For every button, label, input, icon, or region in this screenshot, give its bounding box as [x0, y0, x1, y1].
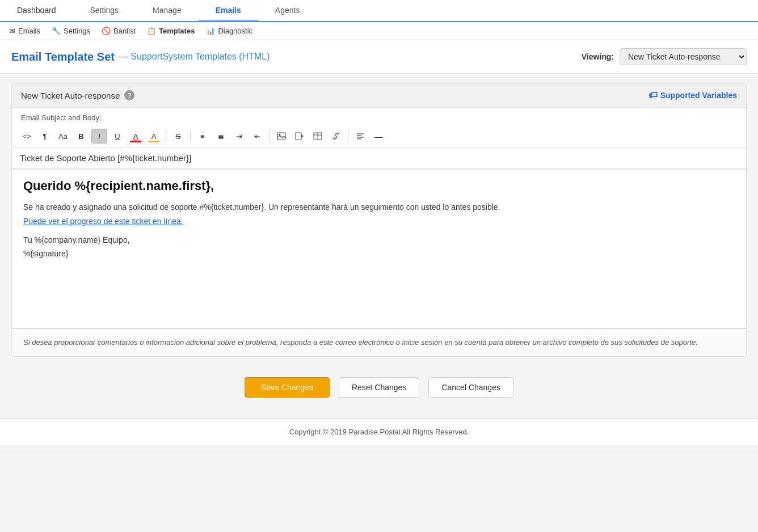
editor-toolbar: <> ¶ Aa B I U A A S ≡ ≣ ⇥ ⇤	[12, 125, 746, 147]
template-icon: 📋	[147, 27, 156, 35]
toolbar-bold[interactable]: B	[73, 129, 89, 143]
email-body-heading: Querido %{recipient.name.first},	[23, 179, 735, 193]
template-card: New Ticket Auto-response ? 🏷 Supported V…	[11, 83, 747, 357]
toolbar-hr[interactable]: —	[370, 129, 386, 143]
svg-marker-3	[301, 134, 304, 138]
email-body-sign: Tu %{company.name} Equipo, %{signature}	[23, 234, 735, 261]
toolbar-outdent[interactable]: ⇤	[249, 129, 265, 143]
svg-line-7	[335, 135, 337, 137]
page-title: Email Template Set	[11, 50, 115, 64]
subnav-emails[interactable]: ✉ Emails	[9, 27, 40, 35]
subnav-diagnostic[interactable]: 📊 Diagnostic	[206, 27, 252, 35]
toolbar-font-size[interactable]: Aa	[55, 129, 71, 143]
top-nav: Dashboard Settings Manage Emails Agents	[0, 0, 758, 22]
toolbar-unordered-list[interactable]: ≡	[195, 129, 210, 143]
main-content: New Ticket Auto-response ? 🏷 Supported V…	[0, 74, 758, 418]
email-body-text: Se ha creado y asignado una solicitud de…	[23, 201, 735, 213]
help-icon[interactable]: ?	[124, 90, 134, 100]
email-subject-label: Email Subject and Body:	[12, 108, 746, 125]
ban-icon: 🚫	[102, 27, 111, 35]
page-footer: Copyright © 2019 Paradise Postal All Rig…	[0, 418, 758, 445]
page-subtitle: — SupportSystem Templates (HTML)	[119, 52, 270, 62]
toolbar-separator-4	[348, 130, 348, 142]
svg-rect-2	[296, 133, 301, 140]
toolbar-align[interactable]	[352, 129, 368, 143]
tag-icon: 🏷	[648, 90, 658, 100]
footer-copyright: Copyright © 2019 Paradise Postal All Rig…	[289, 428, 469, 436]
save-changes-button[interactable]: Save Changes	[245, 377, 330, 398]
nav-manage[interactable]: Manage	[136, 0, 199, 22]
template-card-header: New Ticket Auto-response ? 🏷 Supported V…	[12, 83, 746, 108]
settings-icon: 🔧	[52, 27, 61, 35]
toolbar-italic[interactable]: I	[91, 129, 107, 143]
toolbar-font-color[interactable]: A	[128, 129, 144, 143]
subject-input[interactable]	[12, 147, 746, 169]
nav-dashboard[interactable]: Dashboard	[0, 0, 73, 22]
diagnostic-icon: 📊	[206, 27, 215, 35]
toolbar-strikethrough[interactable]: S	[170, 129, 186, 143]
subnav-banlist[interactable]: 🚫 Banlist	[102, 27, 136, 35]
email-body-link[interactable]: Puede ver el progreso de este ticket en …	[23, 217, 735, 226]
template-card-title: New Ticket Auto-response ?	[21, 90, 134, 100]
toolbar-indent[interactable]: ⇥	[231, 129, 247, 143]
toolbar-image[interactable]	[273, 129, 289, 143]
toolbar-separator-3	[269, 130, 269, 142]
toolbar-link[interactable]	[328, 129, 344, 143]
reset-changes-button[interactable]: Reset Changes	[339, 377, 420, 398]
subject-input-wrapper	[12, 147, 746, 170]
page-header: Email Template Set — SupportSystem Templ…	[0, 40, 758, 74]
toolbar-separator-2	[190, 130, 191, 142]
viewing-label: Viewing:	[582, 52, 614, 61]
toolbar-bg-color[interactable]: A	[146, 129, 162, 143]
nav-emails[interactable]: Emails	[199, 0, 258, 22]
sub-nav: ✉ Emails 🔧 Settings 🚫 Banlist 📋 Template…	[0, 22, 758, 40]
toolbar-video[interactable]	[292, 129, 308, 143]
toolbar-source-code[interactable]: <>	[19, 129, 35, 143]
subnav-templates[interactable]: 📋 Templates	[147, 27, 195, 35]
toolbar-separator-1	[166, 130, 166, 142]
envelope-icon: ✉	[9, 27, 15, 35]
toolbar-underline[interactable]: U	[110, 129, 125, 143]
subnav-settings[interactable]: 🔧 Settings	[52, 27, 90, 35]
buttons-row: Save Changes Reset Changes Cancel Change…	[11, 366, 747, 409]
nav-agents[interactable]: Agents	[258, 0, 317, 22]
nav-settings[interactable]: Settings	[73, 0, 136, 22]
email-body[interactable]: Querido %{recipient.name.first}, Se ha c…	[12, 170, 746, 328]
cancel-changes-button[interactable]: Cancel Changes	[428, 377, 513, 398]
toolbar-table[interactable]	[310, 129, 326, 143]
email-footer-note: Si desea proporcionar comentarios o info…	[12, 328, 746, 356]
viewing-select[interactable]: New Ticket Auto-response Ticket Reply Ti…	[620, 48, 747, 65]
supported-variables-button[interactable]: 🏷 Supported Variables	[648, 90, 737, 100]
toolbar-ordered-list[interactable]: ≣	[213, 129, 229, 143]
toolbar-paragraph[interactable]: ¶	[37, 129, 53, 143]
svg-rect-0	[277, 133, 285, 140]
